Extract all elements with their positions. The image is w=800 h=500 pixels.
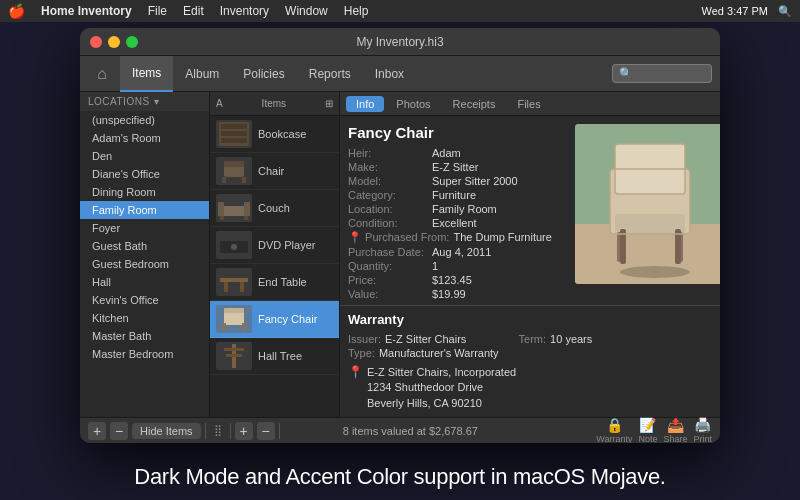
svg-rect-17 bbox=[224, 282, 228, 292]
tab-reports[interactable]: Reports bbox=[297, 56, 363, 92]
tab-items[interactable]: Items bbox=[120, 56, 173, 92]
quantity-value: 1 bbox=[432, 260, 567, 272]
svg-rect-11 bbox=[220, 216, 224, 220]
search-box[interactable]: 🔍 bbox=[612, 64, 712, 83]
svg-rect-20 bbox=[222, 323, 226, 331]
share-button[interactable]: 📤 Share bbox=[663, 417, 687, 443]
divider bbox=[205, 423, 206, 439]
sidebar-item-guest-bath[interactable]: Guest Bath bbox=[80, 237, 209, 255]
sidebar-item-master-bath[interactable]: Master Bath bbox=[80, 327, 209, 345]
warranty-term-value: 10 years bbox=[550, 333, 592, 359]
detail-image bbox=[575, 124, 720, 284]
detail-row-make: Make: E-Z Sitter bbox=[348, 161, 567, 173]
tab-photos[interactable]: Photos bbox=[386, 96, 440, 112]
purchase-date-label: Purchase Date: bbox=[348, 246, 428, 258]
list-item[interactable]: Chair bbox=[210, 153, 339, 190]
item-thumbnail-chair bbox=[216, 157, 252, 185]
detail-row-model: Model: Super Sitter 2000 bbox=[348, 175, 567, 187]
list-item[interactable]: Couch bbox=[210, 190, 339, 227]
pin-icon: 📍 bbox=[348, 231, 362, 243]
sidebar-item-den[interactable]: Den bbox=[80, 147, 209, 165]
detail-info: Fancy Chair Heir: Adam Make: E-Z Sitter … bbox=[348, 124, 567, 297]
tab-files[interactable]: Files bbox=[507, 96, 550, 112]
edit-menu[interactable]: Edit bbox=[183, 4, 204, 18]
warranty-grid: Issuer: E-Z Sitter Chairs Type: Manufact… bbox=[348, 333, 712, 359]
file-menu[interactable]: File bbox=[148, 4, 167, 18]
toolbar-tabs: Items Album Policies Reports Inbox bbox=[120, 56, 416, 92]
svg-rect-7 bbox=[224, 161, 244, 167]
svg-rect-24 bbox=[224, 348, 244, 351]
price-value: $123.45 bbox=[432, 274, 567, 286]
menubar-search-icon[interactable]: 🔍 bbox=[778, 5, 792, 18]
svg-rect-12 bbox=[244, 216, 248, 220]
list-item[interactable]: Hall Tree bbox=[210, 338, 339, 375]
home-button[interactable]: ⌂ bbox=[88, 60, 116, 88]
item-thumbnail-halltree bbox=[216, 342, 252, 370]
hide-items-button[interactable]: Hide Items bbox=[132, 423, 201, 439]
help-menu[interactable]: Help bbox=[344, 4, 369, 18]
sidebar-section-header[interactable]: Locations ▾ bbox=[80, 92, 209, 111]
inventory-menu[interactable]: Inventory bbox=[220, 4, 269, 18]
tab-inbox[interactable]: Inbox bbox=[363, 56, 416, 92]
make-value: E-Z Sitter bbox=[432, 161, 567, 173]
apple-menu[interactable]: 🍎 bbox=[8, 3, 25, 19]
sidebar-item-kitchen[interactable]: Kitchen bbox=[80, 309, 209, 327]
window-menu[interactable]: Window bbox=[285, 4, 328, 18]
tab-album[interactable]: Album bbox=[173, 56, 231, 92]
grid-icon[interactable]: ⊞ bbox=[325, 98, 333, 109]
list-item[interactable]: End Table bbox=[210, 264, 339, 301]
price-label: Price: bbox=[348, 274, 428, 286]
svg-rect-10 bbox=[244, 202, 250, 216]
make-label: Make: bbox=[348, 161, 428, 173]
note-button[interactable]: 📝 Note bbox=[638, 417, 657, 443]
sidebar-item-guest-bedroom[interactable]: Guest Bedroom bbox=[80, 255, 209, 273]
warranty-button[interactable]: 🔒 Warranty bbox=[596, 417, 632, 443]
condition-value: Excellent bbox=[432, 217, 567, 229]
sidebar-item-dining-room[interactable]: Dining Room bbox=[80, 183, 209, 201]
tab-receipts[interactable]: Receipts bbox=[443, 96, 506, 112]
heir-label: Heir: bbox=[348, 147, 428, 159]
print-icon: 🖨️ bbox=[694, 417, 711, 433]
stepper-icon: ⣿ bbox=[210, 424, 226, 437]
sidebar-item-hall[interactable]: Hall bbox=[80, 273, 209, 291]
sidebar-item-kevins-office[interactable]: Kevin's Office bbox=[80, 291, 209, 309]
svg-rect-21 bbox=[242, 323, 246, 331]
list-item[interactable]: Fancy Chair bbox=[210, 301, 339, 338]
detail-row-price: Price: $123.45 bbox=[348, 274, 567, 286]
sidebar-item-dianes-office[interactable]: Diane's Office bbox=[80, 165, 209, 183]
sidebar-item-adams-room[interactable]: Adam's Room bbox=[80, 129, 209, 147]
maximize-button[interactable] bbox=[126, 36, 138, 48]
item-name-fancychair: Fancy Chair bbox=[258, 313, 317, 325]
svg-rect-3 bbox=[221, 138, 247, 143]
sidebar-item-foyer[interactable]: Foyer bbox=[80, 219, 209, 237]
add-detail-button[interactable]: + bbox=[235, 422, 253, 440]
tagline: Dark Mode and Accent Color support in ma… bbox=[0, 464, 800, 490]
minimize-button[interactable] bbox=[108, 36, 120, 48]
warranty-contact: 📍 E-Z Sitter Chairs, Incorporated 1234 S… bbox=[348, 365, 712, 411]
warranty-term-row: Term: 10 years bbox=[519, 333, 593, 359]
menubar-time: Wed 3:47 PM bbox=[702, 5, 768, 17]
remove-item-button[interactable]: − bbox=[110, 422, 128, 440]
purchase-date-value: Aug 4, 2011 bbox=[432, 246, 567, 258]
print-button[interactable]: 🖨️ Print bbox=[693, 417, 712, 443]
sidebar-item-unspecified[interactable]: (unspecified) bbox=[80, 111, 209, 129]
purchased-from-label: 📍 Purchased From: bbox=[348, 231, 449, 244]
tab-policies[interactable]: Policies bbox=[231, 56, 296, 92]
category-label: Category: bbox=[348, 189, 428, 201]
svg-point-37 bbox=[620, 266, 690, 278]
list-item[interactable]: DVD Player bbox=[210, 227, 339, 264]
warranty-icon: 🔒 bbox=[606, 417, 623, 433]
svg-rect-25 bbox=[226, 354, 242, 357]
sidebar-item-master-bedroom[interactable]: Master Bedroom bbox=[80, 345, 209, 363]
close-button[interactable] bbox=[90, 36, 102, 48]
list-item[interactable]: Bookcase bbox=[210, 116, 339, 153]
remove-detail-button[interactable]: − bbox=[257, 422, 275, 440]
sidebar-item-family-room[interactable]: Family Room bbox=[80, 201, 209, 219]
note-icon: 📝 bbox=[639, 417, 656, 433]
add-item-button[interactable]: + bbox=[88, 422, 106, 440]
app-name[interactable]: Home Inventory bbox=[41, 4, 132, 18]
detail-row-category: Category: Furniture bbox=[348, 189, 567, 201]
detail-title: Fancy Chair bbox=[348, 124, 567, 141]
tab-info[interactable]: Info bbox=[346, 96, 384, 112]
locations-label: Locations bbox=[88, 96, 150, 107]
